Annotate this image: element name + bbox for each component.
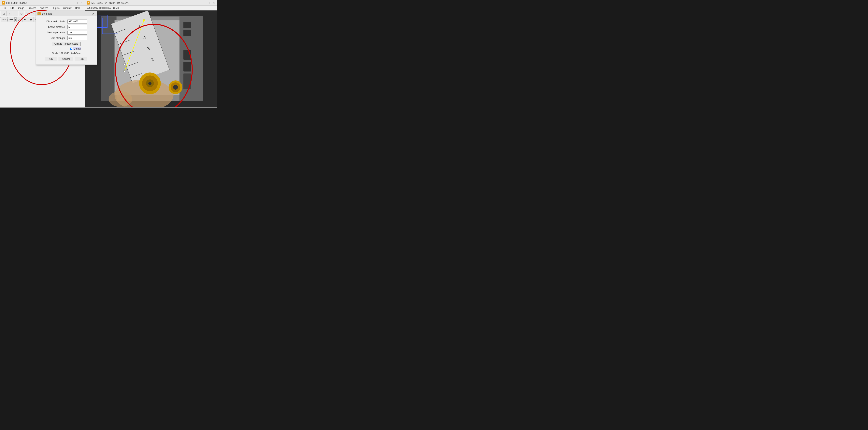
distance-pixels-label: Distance in pixels: <box>40 20 67 23</box>
lut-tool[interactable]: LUT <box>7 17 14 22</box>
global-text: Global <box>73 47 81 50</box>
image-app-icon: F <box>87 1 90 4</box>
menubar: File Edit Image Process Analyze Plugins … <box>0 6 85 10</box>
image-window-controls: — □ ✕ <box>203 1 215 4</box>
hardware-background <box>85 10 217 107</box>
dialog-close-button[interactable]: ✕ <box>92 12 95 16</box>
image-canvas[interactable]: 5 4 3 2 <box>85 10 217 107</box>
app-icon-label: F <box>3 2 4 4</box>
menu-file[interactable]: File <box>1 6 8 10</box>
pixel-aspect-input[interactable] <box>67 31 87 34</box>
dialog-footer: OK Cancel Help <box>40 57 93 61</box>
dialog-title-left: 🔧 Set Scale <box>37 12 52 16</box>
freehand-tool[interactable]: ♡ <box>19 11 24 17</box>
menu-plugins[interactable]: Plugins <box>50 6 61 10</box>
unit-length-label: Unit of length: <box>40 37 67 39</box>
dialog-titlebar: 🔧 Set Scale ✕ <box>36 11 97 17</box>
help-button[interactable]: Help <box>75 57 87 61</box>
menu-help[interactable]: Help <box>73 6 82 10</box>
stk-tool[interactable]: Stk <box>1 17 7 22</box>
brush-tool[interactable]: 🖌 <box>17 17 22 22</box>
image-window: F IMG_20220704_213447.jpg (33.3%) — □ ✕ … <box>85 0 217 108</box>
scale-info: Scale: 187.4930 pixels/mm <box>40 52 93 55</box>
global-label: Global <box>70 47 81 50</box>
unit-length-input[interactable] <box>67 36 87 40</box>
known-distance-label: Known distance: <box>40 26 67 28</box>
unit-length-row: Unit of length: <box>40 36 93 40</box>
image-title-left: F IMG_20220704_213447.jpg (33.3%) <box>87 1 129 4</box>
global-checkbox[interactable] <box>70 48 72 50</box>
close-button[interactable]: ✕ <box>80 1 83 4</box>
image-info: 1952x1952 pixels; RGB; 15MB <box>87 6 119 9</box>
remove-scale-row: Click to Remove Scale <box>40 42 93 46</box>
ellipse-tool[interactable]: ○ <box>7 11 12 17</box>
segmented-line-tool[interactable]: ⟋ <box>31 11 36 17</box>
title-left: F (Fiji Is Just) ImageJ <box>2 1 27 4</box>
image-titlebar: F IMG_20220704_213447.jpg (33.3%) — □ ✕ <box>85 0 217 6</box>
ok-button[interactable]: OK <box>45 57 57 61</box>
image-close-button[interactable]: ✕ <box>212 1 215 4</box>
main-window-title: (Fiji Is Just) ImageJ <box>6 2 27 4</box>
menu-edit[interactable]: Edit <box>8 6 16 10</box>
image-window-title: IMG_20220704_213447.jpg (33.3%) <box>91 2 129 4</box>
menu-window[interactable]: Window <box>62 6 73 10</box>
flood-fill-tool[interactable]: ⬟ <box>28 17 34 22</box>
dialog-icon: 🔧 <box>37 12 41 16</box>
polygon-tool[interactable]: ⌐ <box>13 11 18 17</box>
global-checkbox-row: Global <box>40 47 93 50</box>
known-distance-input[interactable] <box>67 25 87 29</box>
rectangle-tool[interactable]: □ <box>1 11 6 17</box>
straight-line-tool[interactable]: ╲ <box>25 11 30 17</box>
menu-analyze[interactable]: Analyze <box>38 6 50 10</box>
menu-process[interactable]: Process <box>26 6 38 10</box>
image-info-bar: 1952x1952 pixels; RGB; 15MB <box>85 6 217 10</box>
maximize-button[interactable]: □ <box>75 1 78 4</box>
app-icon: F <box>2 1 5 4</box>
main-window-controls: — □ ✕ <box>70 1 83 4</box>
image-maximize-button[interactable]: □ <box>207 1 211 4</box>
distance-pixels-input[interactable] <box>67 20 87 24</box>
dialog-title: Set Scale <box>42 12 52 15</box>
menu-image[interactable]: Image <box>16 6 26 10</box>
dialog-body: Distance in pixels: Known distance: Pixe… <box>36 17 97 64</box>
cancel-button[interactable]: Cancel <box>59 57 73 61</box>
main-titlebar: F (Fiji Is Just) ImageJ — □ ✕ <box>0 0 85 6</box>
minimize-button[interactable]: — <box>70 1 73 4</box>
remove-scale-button[interactable]: Click to Remove Scale <box>52 42 81 46</box>
known-distance-row: Known distance: <box>40 25 93 29</box>
pixel-aspect-row: Pixel aspect ratio: <box>40 31 93 34</box>
set-scale-dialog: 🔧 Set Scale ✕ Distance in pixels: Known … <box>36 11 97 65</box>
pencil-tool[interactable]: ✒ <box>22 17 28 22</box>
image-minimize-button[interactable]: — <box>203 1 206 4</box>
imagej-main-window: F (Fiji Is Just) ImageJ — □ ✕ File Edit … <box>0 0 85 108</box>
distance-pixels-row: Distance in pixels: <box>40 20 93 24</box>
pixel-aspect-label: Pixel aspect ratio: <box>40 31 67 34</box>
